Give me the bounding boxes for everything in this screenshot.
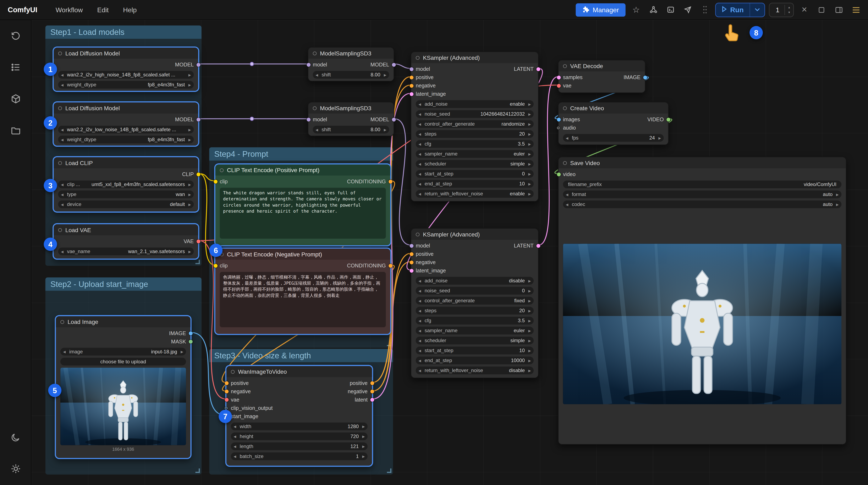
menu-edit[interactable]: Edit xyxy=(90,0,116,20)
node-titlebar[interactable]: WanImageToVideo xyxy=(226,366,372,377)
group-resize-handle[interactable] xyxy=(195,468,200,473)
widget-steps[interactable]: steps20 xyxy=(416,307,534,314)
widget-noise-seed[interactable]: noise_seed1042664824122032 xyxy=(416,110,534,118)
collapse-dot-icon[interactable] xyxy=(563,106,567,110)
widget-format[interactable]: formatauto xyxy=(563,190,841,198)
workflow-browser-icon[interactable] xyxy=(6,121,25,140)
theme-toggle-moon-icon[interactable] xyxy=(6,428,25,447)
node-titlebar[interactable]: CLIP Text Encode (Negative Prompt) xyxy=(215,249,390,260)
vae-output-port[interactable] xyxy=(196,239,200,243)
video-output-port[interactable] xyxy=(666,117,670,121)
widget-image-file[interactable]: imageinput-18.jpg xyxy=(60,348,186,356)
node-model-sampling-sd3-high[interactable]: ModelSamplingSD3 modelMODEL shift8.00 xyxy=(308,47,394,81)
collapse-dot-icon[interactable] xyxy=(416,56,420,60)
node-titlebar[interactable]: Save Video xyxy=(559,157,846,168)
run-button[interactable]: Run xyxy=(716,3,750,17)
node-titlebar[interactable]: ModelSamplingSD3 xyxy=(308,102,394,113)
widget-shift[interactable]: shift8.00 xyxy=(313,71,389,79)
latent-image-input-port[interactable] xyxy=(409,92,413,96)
drag-handle-icon[interactable] xyxy=(698,3,711,17)
widget-filename-prefix[interactable]: filename_prefixvideo/ComfyUI xyxy=(563,180,841,188)
latent-output-port[interactable] xyxy=(536,67,540,71)
widget-height[interactable]: height720 xyxy=(231,432,368,440)
group-title[interactable]: Step3 - Video size & length xyxy=(209,349,393,362)
start-image-preview[interactable] xyxy=(60,368,186,445)
collapse-dot-icon[interactable] xyxy=(58,161,62,165)
manager-button[interactable]: Manager xyxy=(576,3,626,17)
widget-shift[interactable]: shift8.00 xyxy=(313,126,389,133)
workflows-history-icon[interactable] xyxy=(6,26,25,45)
node-titlebar[interactable]: Load CLIP xyxy=(54,157,198,168)
widget-control-after-generate[interactable]: control_after_generaterandomize xyxy=(416,120,534,128)
negative-prompt-textarea[interactable]: 色调艳丽，过曝，静态，细节模糊不清，字幕，风格，作品，画作，画面，静止，整体发灰… xyxy=(220,272,386,327)
group-resize-handle[interactable] xyxy=(195,260,200,264)
model-output-port[interactable] xyxy=(196,62,200,66)
clip-vision-input-port[interactable] xyxy=(224,406,227,409)
cancel-run-icon[interactable] xyxy=(798,3,811,17)
toolbar-extension-icon-2[interactable] xyxy=(664,3,677,17)
collapse-dot-icon[interactable] xyxy=(231,369,235,373)
collapse-dot-icon[interactable] xyxy=(60,320,64,324)
node-wan-image-to-video[interactable]: WanImageToVideo positivepositive negativ… xyxy=(226,365,373,466)
collapse-dot-icon[interactable] xyxy=(58,106,62,110)
node-load-diffusion-model-high[interactable]: Load Diffusion Model MODEL wan2.2_i2v_hi… xyxy=(53,47,198,91)
latent-output-port[interactable] xyxy=(370,398,374,401)
node-titlebar[interactable]: VAE Decode xyxy=(559,60,645,71)
widget-start-at-step[interactable]: start_at_step0 xyxy=(416,170,534,178)
widget-sampler-name[interactable]: sampler_nameeuler xyxy=(416,150,534,158)
node-titlebar[interactable]: Load Image xyxy=(56,316,190,327)
widget-device[interactable]: devicedefault xyxy=(58,200,194,208)
widget-unet-name[interactable]: wan2.2_i2v_high_noise_14B_fp8_scaled.saf… xyxy=(58,71,194,79)
collapse-dot-icon[interactable] xyxy=(58,228,62,232)
images-input-port[interactable] xyxy=(557,117,561,121)
widget-unet-name[interactable]: wan2.2_i2v_low_noise_14B_fp8_scaled.safe… xyxy=(58,126,194,133)
clip-input-port[interactable] xyxy=(213,264,217,268)
group-title[interactable]: Step2 - Upload start_image xyxy=(45,277,202,291)
group-title[interactable]: Step1 - Load models xyxy=(45,26,202,39)
node-create-video[interactable]: Create Video imagesVIDEO audio fps24 xyxy=(558,102,669,145)
model-input-port[interactable] xyxy=(409,244,413,248)
favorites-star-icon[interactable] xyxy=(629,3,643,17)
negative-output-port[interactable] xyxy=(370,389,374,393)
model-library-icon[interactable] xyxy=(6,89,25,108)
widget-fps[interactable]: fps24 xyxy=(563,134,663,142)
side-panel-icon[interactable] xyxy=(832,3,845,17)
node-vae-decode[interactable]: VAE Decode samplesIMAGE vae xyxy=(558,60,645,93)
node-load-vae[interactable]: Load VAE VAE vae_namewan_2.1_vae.safeten… xyxy=(53,224,198,259)
samples-input-port[interactable] xyxy=(557,75,561,79)
negative-input-port[interactable] xyxy=(409,260,413,264)
share-icon[interactable] xyxy=(681,3,694,17)
mask-output-port[interactable] xyxy=(188,339,192,343)
widget-batch-size[interactable]: batch_size1 xyxy=(231,452,368,460)
clip-input-port[interactable] xyxy=(213,179,217,183)
widget-scheduler[interactable]: schedulersimple xyxy=(416,160,534,168)
negative-input-port[interactable] xyxy=(224,389,228,393)
group-resize-handle[interactable] xyxy=(387,342,391,346)
widget-add-noise[interactable]: add_noisedisable xyxy=(416,277,534,285)
widget-return-with-leftover-noise[interactable]: return_with_leftover_noisedisable xyxy=(416,367,534,374)
queue-list-icon[interactable] xyxy=(6,58,25,77)
upload-file-button[interactable]: choose file to upload xyxy=(60,358,186,365)
group-title[interactable]: Step4 - Prompt xyxy=(209,147,393,160)
batch-count-stepper[interactable]: 1 xyxy=(769,2,794,17)
node-ksampler-advanced-1[interactable]: KSampler (Advanced) modelLATENT positive… xyxy=(411,52,538,202)
positive-prompt-textarea[interactable]: The white dragon warrior stands still, e… xyxy=(220,188,386,239)
clip-output-port[interactable] xyxy=(196,172,200,176)
widget-steps[interactable]: steps20 xyxy=(416,130,534,138)
conditioning-output-port[interactable] xyxy=(388,264,392,268)
widget-add-noise[interactable]: add_noiseenable xyxy=(416,100,534,108)
node-clip-text-encode-negative[interactable]: CLIP Text Encode (Negative Prompt) clipC… xyxy=(215,248,391,334)
model-input-port[interactable] xyxy=(306,117,310,121)
node-titlebar[interactable]: Load VAE xyxy=(54,224,198,235)
model-output-port[interactable] xyxy=(392,117,396,121)
toolbar-extension-icon-1[interactable] xyxy=(647,3,660,17)
image-output-port[interactable] xyxy=(188,331,192,335)
collapse-dot-icon[interactable] xyxy=(416,232,420,236)
menu-help[interactable]: Help xyxy=(116,0,144,20)
widget-sampler-name[interactable]: sampler_nameeuler xyxy=(416,327,534,334)
video-result-preview[interactable] xyxy=(563,244,841,404)
conditioning-output-port[interactable] xyxy=(388,179,392,183)
widget-weight-dtype[interactable]: weight_dtypefp8_e4m3fn_fast xyxy=(58,135,194,143)
node-clip-text-encode-positive[interactable]: CLIP Text Encode (Positive Prompt) clipC… xyxy=(215,164,391,246)
model-output-port[interactable] xyxy=(196,117,200,121)
